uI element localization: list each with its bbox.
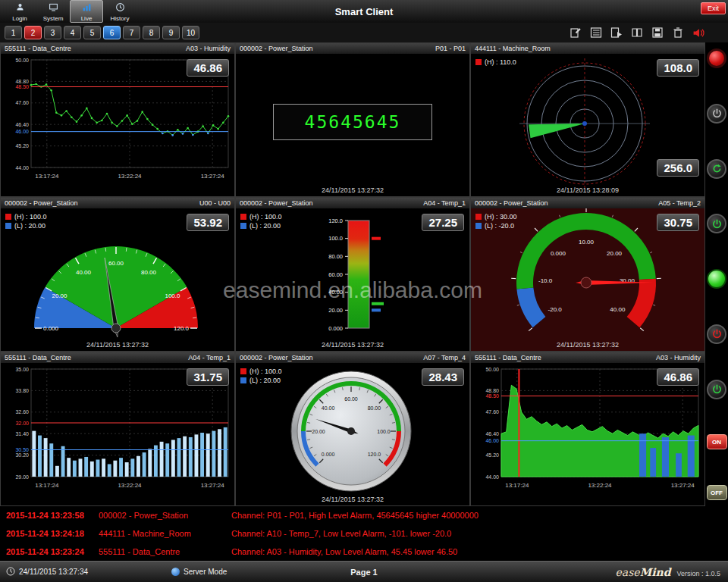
- legend-high-label: (H) : 100.0: [14, 213, 47, 221]
- alarm-list-button[interactable]: [589, 26, 603, 39]
- svg-text:44.00: 44.00: [485, 474, 499, 480]
- stop-power-button[interactable]: [707, 324, 726, 344]
- power-icon: [711, 108, 723, 119]
- page-button-1[interactable]: 1: [5, 26, 22, 39]
- alarm-time: 2015-11-24 13:24:18: [0, 529, 99, 538]
- svg-text:13:17:24: 13:17:24: [35, 482, 59, 489]
- panel-timestamp: 24/11/2015 13:27:32: [471, 341, 704, 349]
- delete-button[interactable]: [671, 26, 685, 39]
- panel-station: 000002 - Power_Station: [5, 199, 78, 207]
- value-badge: 46.86: [657, 368, 699, 386]
- book-icon: [631, 27, 643, 39]
- panel-header: 444111 - Machine_Room: [471, 43, 704, 54]
- value-badge: 27.25: [422, 214, 464, 231]
- off-button[interactable]: OFF: [707, 485, 727, 500]
- alarm-row[interactable]: 2015-11-24 13:23:58 000002 - Power_Stati…: [0, 506, 728, 524]
- emergency-stop-button[interactable]: [707, 48, 726, 68]
- nav-history[interactable]: History: [103, 0, 136, 23]
- panel-channel: A04 - Temp_1: [423, 199, 466, 207]
- edit-button[interactable]: [569, 26, 582, 39]
- svg-text:29.00: 29.00: [15, 474, 29, 480]
- svg-text:48.80: 48.80: [485, 388, 499, 393]
- legend-high-color: [5, 214, 11, 220]
- page-button-4[interactable]: 4: [64, 26, 81, 39]
- svg-text:45.20: 45.20: [485, 452, 499, 458]
- svg-text:120.0: 120.0: [368, 452, 381, 457]
- svg-text:13:22:24: 13:22:24: [118, 482, 142, 489]
- panel-timestamp: 24/11/2015 13:27:32: [1, 341, 234, 349]
- alarm-station: 555111 - Data_Centre: [99, 547, 231, 556]
- panel-station: 000002 - Power_Station: [240, 199, 313, 207]
- legend-low-label: (L) : 20.00: [249, 377, 281, 384]
- standby-power-button[interactable]: [707, 104, 726, 124]
- title-bar: Login System Live History Smart Client E…: [0, 0, 728, 23]
- page-button-3[interactable]: 3: [44, 26, 61, 39]
- exit-button[interactable]: Exit: [701, 2, 726, 14]
- panel-trend-bars: 555111 - Data_Centre A04 - Temp_1 13:17:…: [0, 352, 235, 506]
- panel-station: 555111 - Data_Centre: [5, 354, 71, 361]
- list-icon: [590, 27, 602, 39]
- page-button-8[interactable]: 8: [143, 26, 160, 39]
- login-icon: [15, 2, 25, 15]
- value-badge: 46.86: [187, 59, 229, 77]
- brand-ease: ease: [616, 566, 640, 578]
- alarm-message: Channel: A03 - Humidity, Low Level Alarm…: [231, 547, 457, 556]
- svg-text:13:17:24: 13:17:24: [35, 173, 59, 180]
- alarm-row[interactable]: 2015-11-24 13:24:18 444111 - Machine_Roo…: [0, 524, 728, 543]
- nav-history-label: History: [111, 16, 130, 22]
- aux-power-button[interactable]: [707, 380, 726, 399]
- svg-text:40.00: 40.00: [76, 269, 92, 276]
- svg-text:120.0: 120.0: [174, 325, 190, 332]
- alarm-row[interactable]: 2015-11-24 13:23:24 555111 - Data_Centre…: [0, 543, 728, 561]
- page-button-2[interactable]: 2: [24, 26, 42, 39]
- panel-timestamp: 24/11/2015 13:28:09: [471, 186, 704, 194]
- on-button[interactable]: ON: [707, 434, 727, 449]
- value-badge: 28.43: [422, 368, 464, 386]
- run-indicator-lamp: [707, 269, 726, 289]
- panel-station: 555111 - Data_Centre: [475, 354, 541, 361]
- svg-text:30.50: 30.50: [15, 447, 29, 452]
- nav-live[interactable]: Live: [70, 0, 103, 23]
- legend-high-label: (H) : 110.0: [485, 58, 516, 66]
- audio-button[interactable]: [692, 26, 705, 39]
- nav-login[interactable]: Login: [3, 0, 36, 23]
- page-button-10[interactable]: 10: [182, 26, 199, 39]
- control-sidebar: ON OFF: [705, 42, 728, 506]
- speaker-icon: [692, 27, 705, 39]
- panel-body: 13:17:2413:22:2413:27:2450.0048.8048.504…: [1, 54, 234, 196]
- panel-station: 444111 - Machine_Room: [475, 45, 551, 52]
- alarm-time: 2015-11-24 13:23:58: [0, 511, 99, 520]
- svg-text:40.00: 40.00: [322, 405, 335, 411]
- page-button-6[interactable]: 6: [103, 26, 121, 39]
- panel-radar: 444111 - Machine_Room (H) : 110.0 108.0 …: [470, 42, 705, 197]
- legend-high-label: (H) : 100.0: [249, 213, 282, 221]
- panel-station: 000002 - Power_Station: [240, 354, 313, 361]
- runtime-button[interactable]: [610, 26, 623, 39]
- panel-channel: A03 - Humidity: [186, 45, 231, 52]
- svg-text:20.00: 20.00: [328, 307, 343, 314]
- page-button-7[interactable]: 7: [123, 26, 140, 39]
- legend-high-color: [240, 214, 246, 220]
- reset-button[interactable]: [707, 159, 726, 179]
- value-badge: 53.92: [187, 214, 229, 231]
- panel-timestamp: 24/11/2015 13:27:32: [236, 186, 469, 194]
- panel-channel: U00 - U00: [199, 199, 231, 207]
- nav-system[interactable]: System: [36, 0, 70, 23]
- easemind-logo: easeMind: [616, 566, 671, 578]
- page-button-5[interactable]: 5: [83, 26, 101, 39]
- page-button-9[interactable]: 9: [162, 26, 180, 39]
- svg-text:48.80: 48.80: [15, 79, 29, 84]
- svg-text:32.00: 32.00: [15, 421, 29, 426]
- start-power-button[interactable]: [707, 214, 726, 233]
- legend: (H) : 100.0 (L) : 20.00: [240, 213, 282, 230]
- svg-text:-10.0: -10.0: [538, 277, 553, 284]
- svg-text:80.00: 80.00: [141, 269, 157, 276]
- legend-low-color: [240, 377, 246, 383]
- legend-high-color: [475, 214, 482, 220]
- svg-text:32.60: 32.60: [15, 409, 29, 415]
- svg-text:30.20: 30.20: [15, 452, 29, 458]
- logbook-button[interactable]: [630, 26, 644, 39]
- play-icon: [610, 27, 623, 39]
- status-bar: 24/11/2015 13:27:34 Server Mode Page 1 e…: [0, 561, 728, 582]
- save-button[interactable]: [651, 26, 664, 39]
